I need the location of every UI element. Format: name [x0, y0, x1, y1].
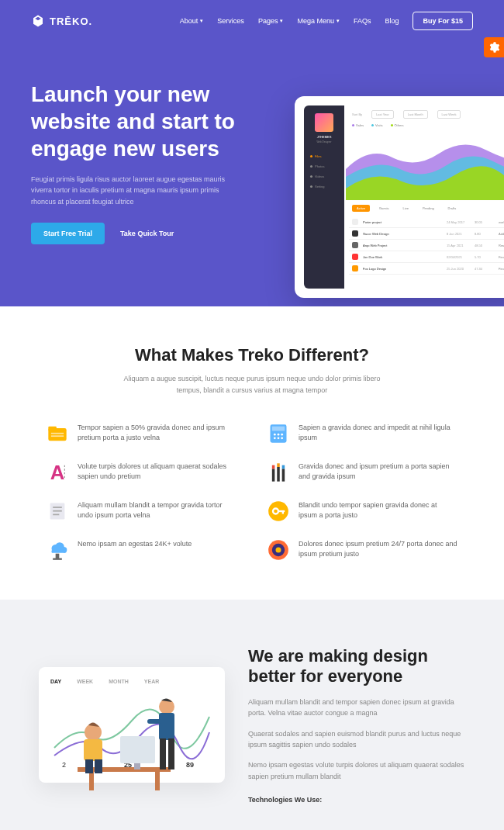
- features-subtitle: Aliquam a augue suscipit, luctus neque p…: [112, 373, 392, 396]
- svg-rect-49: [147, 719, 161, 724]
- about-illustration: DAY WEEK MONTH YEAR 2 25 89: [39, 667, 225, 783]
- about-paragraph: Nemo ipsam egestas volute turpis dolores…: [248, 759, 465, 782]
- take-tour-link[interactable]: Take Quick Tour: [120, 230, 174, 237]
- svg-rect-48: [168, 738, 174, 769]
- svg-point-32: [276, 547, 281, 552]
- hero-description: Feugiat primis ligula risus auctor laore…: [31, 174, 233, 207]
- svg-point-7: [278, 434, 280, 436]
- tablet-tabs: Active Guests Live Pending Drafts: [344, 200, 504, 216]
- svg-text:A: A: [50, 462, 65, 483]
- svg-rect-43: [85, 759, 93, 773]
- svg-rect-21: [53, 507, 62, 508]
- about-paragraph: Aliquam mullam blandit and tempor sapien…: [248, 697, 465, 719]
- svg-rect-29: [53, 558, 62, 559]
- svg-rect-3: [51, 435, 64, 437]
- svg-rect-19: [282, 465, 285, 469]
- table-row: Gacor Web Design8 Jan 20218.80Add in: [349, 228, 504, 240]
- svg-rect-1: [48, 427, 57, 431]
- table-row: Jon Doe Work02/04/20215.70Finder: [349, 251, 504, 263]
- svg-point-8: [281, 434, 283, 436]
- gear-icon: [488, 41, 500, 54]
- svg-rect-2: [51, 433, 64, 434]
- chart-legend: Sales Visits Others: [344, 123, 504, 130]
- hero: Launch your new website and start to eng…: [0, 42, 504, 306]
- cloud-icon: [47, 539, 68, 561]
- svg-point-11: [281, 437, 283, 439]
- about-paragraph: Quaerat sodales and sapien euismod bland…: [248, 728, 465, 751]
- feature-item: Blandit undo tempor sapien gravida donec…: [268, 500, 457, 522]
- svg-rect-17: [277, 463, 280, 467]
- about-title: We are making design better for everyone: [248, 646, 465, 687]
- hero-title: Launch your new website and start to eng…: [31, 81, 248, 162]
- feature-item: A Volute turpis dolores ut aliquam quaer…: [47, 462, 236, 483]
- tablet-username: JTHEMES: [304, 135, 344, 139]
- letter-a-icon: A: [47, 462, 68, 483]
- tablet-menu-files: Files: [310, 151, 338, 161]
- tablet-menu-videos: Videos: [310, 171, 338, 182]
- feature-item: Aliquam mullam blandit a tempor gravida …: [47, 500, 236, 522]
- logo-icon: [31, 14, 45, 28]
- svg-rect-40: [134, 763, 140, 769]
- nav: About▾ Services Pages▾ Mega Menu▾ FAQs B…: [180, 12, 473, 30]
- svg-rect-0: [48, 428, 66, 441]
- tablet-mockup: JTHEMES Web Designer Files Photos Videos…: [295, 96, 504, 298]
- svg-rect-18: [282, 469, 285, 481]
- svg-rect-23: [53, 514, 59, 515]
- svg-point-9: [274, 437, 276, 439]
- svg-rect-22: [53, 510, 62, 512]
- folder-icon: [47, 423, 68, 444]
- nav-about[interactable]: About▾: [180, 17, 204, 25]
- people-illustration: [54, 674, 209, 790]
- brand-text: TRĒKO.: [50, 16, 92, 27]
- about-section: DAY WEEK MONTH YEAR 2 25 89: [0, 600, 504, 830]
- svg-rect-5: [272, 427, 285, 431]
- nav-faqs[interactable]: FAQs: [354, 17, 371, 25]
- technologies-label: Technologies We Use:: [248, 796, 465, 804]
- start-trial-button[interactable]: Start Free Trial: [31, 223, 105, 244]
- tablet-menu-photos: Photos: [310, 161, 338, 171]
- tablet-table: Porter project24 May 201730.05work by Ga…: [344, 216, 504, 275]
- nav-pages[interactable]: Pages▾: [258, 17, 284, 25]
- about-content: We are making design better for everyone…: [248, 646, 465, 804]
- feature-item: Tempor sapien a 50% gravida donec and ip…: [47, 423, 236, 444]
- feature-item: Gravida donec and ipsum pretium a porta …: [268, 462, 457, 483]
- avatar: [315, 113, 333, 132]
- table-row: Arqo Web Project15 Apr 202148.50React: [349, 240, 504, 251]
- svg-rect-15: [272, 465, 275, 469]
- tablet-topbar: Sort By Last Year Last Month Last Week: [344, 105, 504, 123]
- header: TRĒKO. About▾ Services Pages▾ Mega Menu▾…: [0, 0, 504, 42]
- settings-gear-badge[interactable]: [484, 37, 504, 57]
- svg-rect-14: [272, 469, 275, 481]
- svg-rect-46: [159, 713, 174, 740]
- svg-point-6: [274, 434, 276, 436]
- svg-rect-37: [89, 772, 94, 790]
- logo[interactable]: TRĒKO.: [31, 14, 92, 28]
- nav-services[interactable]: Services: [217, 17, 244, 25]
- brushes-icon: [268, 462, 289, 483]
- svg-rect-44: [95, 759, 102, 773]
- document-icon: [47, 500, 68, 522]
- key-icon: [268, 500, 289, 522]
- svg-point-41: [85, 724, 102, 741]
- features-grid: Tempor sapien a 50% gravida donec and ip…: [47, 423, 457, 561]
- tablet-role: Web Designer: [304, 140, 344, 144]
- tablet-menu-setting: Setting: [310, 182, 338, 192]
- feature-item: Nemo ipsam an egestas 24K+ volute: [47, 539, 236, 561]
- target-icon: [268, 539, 289, 561]
- calculator-icon: [268, 423, 289, 444]
- table-row: Porter project24 May 201730.05work by: [349, 216, 504, 228]
- svg-rect-47: [160, 738, 166, 769]
- svg-rect-42: [84, 739, 102, 761]
- svg-point-10: [278, 437, 280, 439]
- buy-button[interactable]: Buy For $15: [413, 12, 473, 30]
- features-title: What Makes Treko Different?: [47, 345, 457, 365]
- tablet-sidebar: JTHEMES Web Designer Files Photos Videos…: [304, 105, 344, 289]
- svg-rect-16: [277, 467, 280, 482]
- features-section: What Makes Treko Different? Aliquam a au…: [0, 306, 504, 600]
- table-row: Fox Logo Design25 Jun 202047.34Finder: [349, 263, 504, 275]
- feature-item: Dolores donec ipsum pretium 24/7 porta d…: [268, 539, 457, 561]
- svg-rect-39: [120, 736, 155, 763]
- nav-blog[interactable]: Blog: [385, 17, 399, 25]
- feature-item: Sapien a gravida donec and impedit at ni…: [268, 423, 457, 444]
- nav-mega-menu[interactable]: Mega Menu▾: [297, 17, 340, 25]
